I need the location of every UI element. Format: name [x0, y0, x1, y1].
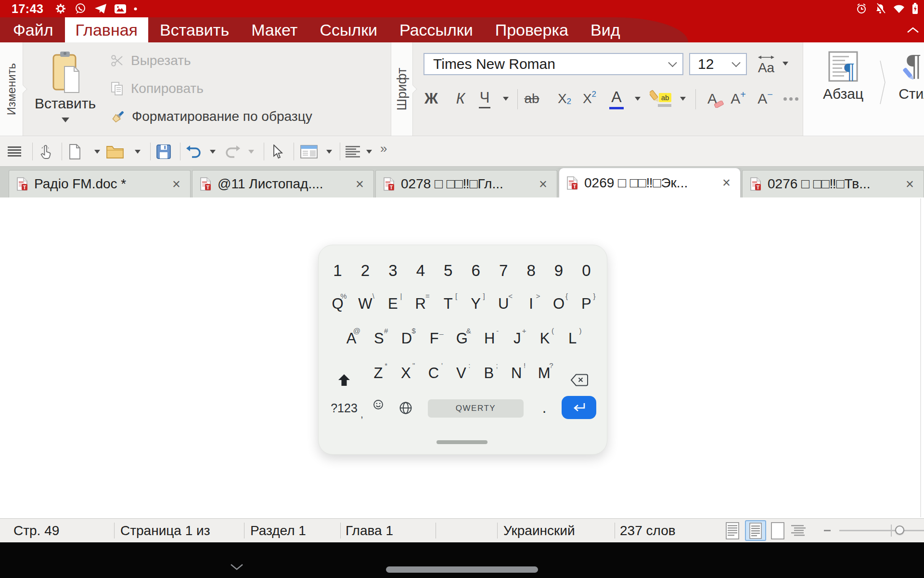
zoom-out-button[interactable]	[824, 530, 831, 531]
key-8[interactable]: 8	[518, 257, 545, 284]
document-tab[interactable]: T 0269 □ □□‼□Эк... ×	[559, 168, 741, 197]
key-F[interactable]: F_	[421, 325, 448, 352]
symbols-key[interactable]: ?123	[327, 396, 361, 420]
menu-tab-1[interactable]: Файл	[13, 17, 53, 42]
key-M[interactable]: M?	[531, 360, 558, 387]
cut-button[interactable]: Вырезать	[111, 52, 191, 70]
key-1[interactable]: 1	[324, 257, 351, 284]
undo-icon[interactable]	[186, 145, 201, 158]
paste-button[interactable]: Вставить	[28, 51, 103, 122]
menu-tab-8[interactable]: Вид	[590, 17, 620, 42]
highlight-button[interactable]: ab	[649, 87, 674, 111]
strikethrough-button[interactable]: ab	[521, 87, 543, 111]
font-color-button[interactable]: А	[605, 87, 628, 111]
superscript-button[interactable]: X2	[578, 87, 601, 111]
tab-close-icon[interactable]: ×	[170, 176, 182, 192]
window-dropdown-icon[interactable]	[326, 150, 332, 154]
key-6[interactable]: 6	[462, 257, 489, 284]
font-group-collapse[interactable]: Шрифт	[391, 42, 413, 136]
key-Y[interactable]: Y]	[462, 290, 489, 317]
underline-dropdown-icon[interactable]	[500, 87, 512, 111]
document-tab[interactable]: T 0276 □ □□‼□Тв... ×	[742, 170, 924, 197]
status-field-4[interactable]: Глава 1	[346, 523, 393, 539]
hide-keyboard-icon[interactable]	[230, 564, 244, 570]
period-key[interactable]: .	[533, 396, 555, 420]
font-color-dropdown-icon[interactable]	[631, 87, 644, 111]
key-B[interactable]: B;	[475, 360, 502, 387]
select-cursor-icon[interactable]	[272, 144, 284, 159]
menu-tab-3[interactable]: Вставить	[160, 17, 229, 42]
more-formatting-button[interactable]	[780, 87, 802, 111]
print-layout-view-selected[interactable]	[745, 520, 766, 541]
font-name-select[interactable]: Times New Roman	[424, 53, 683, 75]
language-indicator[interactable]: Украинский	[503, 523, 575, 539]
emoji-key[interactable]: ,	[365, 396, 392, 420]
read-view-icon[interactable]	[726, 522, 739, 539]
key-0[interactable]: 0	[573, 257, 600, 284]
change-case-button[interactable]: Aa	[754, 55, 778, 76]
window-layout-icon[interactable]	[300, 145, 318, 158]
key-K[interactable]: K(	[531, 325, 558, 352]
word-count[interactable]: 237 слов	[620, 523, 676, 539]
subscript-button[interactable]: X2	[553, 87, 576, 111]
language-globe-key[interactable]	[392, 396, 419, 420]
underline-button[interactable]: Ч	[475, 87, 495, 111]
key-Z[interactable]: Z*	[365, 360, 392, 387]
key-L[interactable]: L)	[559, 325, 586, 352]
main-menu-icon[interactable]	[8, 146, 21, 157]
outline-view-icon[interactable]	[791, 525, 806, 537]
key-3[interactable]: 3	[379, 257, 406, 284]
tab-close-icon[interactable]: ×	[354, 176, 366, 192]
key-T[interactable]: T[	[435, 290, 462, 317]
key-V[interactable]: V:	[448, 360, 475, 387]
key-O[interactable]: O{	[545, 290, 572, 317]
menu-tab-5[interactable]: Ссылки	[320, 17, 377, 42]
open-dropdown-icon[interactable]	[135, 150, 141, 154]
key-5[interactable]: 5	[435, 257, 462, 284]
copy-button[interactable]: Копировать	[111, 79, 204, 98]
key-U[interactable]: U<	[490, 290, 517, 317]
key-I[interactable]: I>	[518, 290, 545, 317]
status-field-2[interactable]: Страница 1 из	[120, 523, 210, 539]
new-document-icon[interactable]	[68, 144, 81, 159]
tab-close-icon[interactable]: ×	[537, 176, 549, 192]
key-4[interactable]: 4	[407, 257, 434, 284]
shift-key[interactable]	[331, 367, 358, 394]
save-icon[interactable]	[156, 144, 171, 159]
undo-dropdown-icon[interactable]	[210, 150, 216, 154]
home-gesture-pill[interactable]	[386, 566, 538, 573]
status-field-1[interactable]: Стр. 49	[13, 523, 59, 539]
key-G[interactable]: G&	[449, 325, 475, 352]
key-A[interactable]: A@	[338, 325, 365, 352]
key-9[interactable]: 9	[545, 257, 572, 284]
italic-button[interactable]: К	[450, 87, 471, 111]
key-X[interactable]: X"	[392, 360, 419, 387]
document-canvas[interactable]: 1234567890 Q%W\E|R=T[Y]U<I>O{P} A@S#D$F_…	[0, 197, 924, 518]
redo-dropdown-icon[interactable]	[248, 150, 254, 154]
key-2[interactable]: 2	[352, 257, 379, 284]
document-tab[interactable]: T Радіо FM.doc * ×	[9, 170, 191, 197]
touch-mode-icon[interactable]	[38, 144, 53, 160]
tab-close-icon[interactable]: ×	[720, 175, 732, 191]
keyboard-drag-handle[interactable]	[436, 440, 488, 444]
highlight-dropdown-icon[interactable]	[677, 87, 689, 111]
key-R[interactable]: R=	[407, 290, 434, 317]
grow-font-button[interactable]: A+	[726, 87, 751, 111]
new-dropdown-icon[interactable]	[94, 150, 100, 154]
enter-key[interactable]	[562, 396, 596, 419]
key-D[interactable]: D$	[393, 325, 420, 352]
scrollbar[interactable]	[920, 198, 921, 517]
document-tab[interactable]: T 0278 □ □□‼□Гл... ×	[375, 170, 557, 197]
paragraph-button[interactable]: ¶ Абзац	[815, 51, 872, 102]
line-spacing-icon[interactable]	[346, 146, 360, 158]
bold-button[interactable]: Ж	[421, 87, 441, 111]
menu-tab-7[interactable]: Проверка	[495, 17, 568, 42]
format-painter-button[interactable]: Форматирование по образцу	[111, 107, 312, 126]
key-S[interactable]: S#	[365, 325, 392, 352]
web-layout-view-icon[interactable]	[771, 522, 784, 539]
clear-format-button[interactable]: A	[699, 87, 726, 111]
key-7[interactable]: 7	[490, 257, 517, 284]
key-J[interactable]: J+	[504, 325, 531, 352]
key-Q[interactable]: Q%	[324, 290, 351, 317]
redo-icon[interactable]	[225, 145, 241, 158]
